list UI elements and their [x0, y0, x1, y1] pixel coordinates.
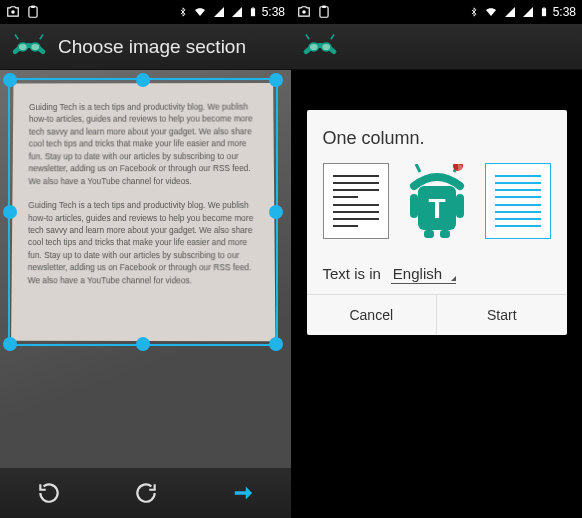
svg-text:T: T	[428, 193, 445, 224]
one-column-option-selected[interactable]	[485, 163, 551, 239]
app-logo-icon	[301, 33, 339, 61]
start-button[interactable]: Start	[436, 295, 567, 335]
svg-line-16	[306, 34, 309, 39]
svg-rect-13	[543, 7, 545, 8]
svg-rect-4	[252, 7, 254, 8]
cancel-button[interactable]: Cancel	[307, 295, 437, 335]
svg-rect-11	[322, 6, 326, 8]
crop-handle-top-left[interactable]	[3, 73, 17, 87]
svg-rect-26	[440, 230, 450, 238]
svg-rect-1	[29, 7, 37, 18]
status-bar: 5:38	[291, 0, 582, 24]
screenshot-icon	[297, 5, 311, 19]
language-select[interactable]: English	[391, 265, 456, 284]
svg-line-17	[331, 34, 334, 39]
crop-handle-mid-left[interactable]	[3, 205, 17, 219]
bluetooth-icon	[178, 5, 188, 19]
svg-rect-23	[456, 194, 464, 218]
svg-line-7	[15, 34, 18, 39]
app-header: Choose image section	[0, 24, 291, 70]
rotate-right-button[interactable]	[131, 478, 161, 508]
app-logo-icon	[10, 33, 48, 61]
svg-rect-2	[31, 6, 35, 8]
svg-point-15	[322, 43, 331, 51]
status-bar: 5:38	[0, 0, 291, 24]
one-column-option[interactable]	[323, 163, 389, 239]
signal-icon-2	[521, 6, 535, 18]
language-label: Text is in	[323, 265, 381, 282]
svg-rect-12	[542, 8, 546, 16]
camera-preview: Guiding Tech is a tech tips and producti…	[0, 70, 291, 468]
svg-rect-22	[410, 194, 418, 218]
svg-point-0	[11, 10, 15, 14]
crop-handle-top-mid[interactable]	[136, 73, 150, 87]
bottom-toolbar	[0, 468, 291, 518]
header-title: Choose image section	[58, 36, 246, 58]
battery-icon	[248, 5, 258, 19]
screenshot-icon	[6, 5, 20, 19]
clock: 5:38	[262, 5, 285, 19]
signal-icon-2	[230, 6, 244, 18]
battery-icon	[539, 5, 549, 19]
dialog-backdrop: One column.	[291, 70, 582, 518]
dialog-title: One column.	[323, 128, 551, 149]
bluetooth-icon	[469, 5, 479, 19]
crop-handle-top-right[interactable]	[269, 73, 283, 87]
svg-rect-3	[251, 8, 255, 16]
svg-point-5	[18, 43, 27, 51]
rotate-left-button[interactable]	[34, 478, 64, 508]
signal-icon	[212, 6, 226, 18]
svg-line-8	[40, 34, 43, 39]
svg-rect-10	[320, 7, 328, 18]
crop-handle-bottom-mid[interactable]	[136, 337, 150, 351]
clipboard-icon	[317, 5, 331, 19]
crop-handle-bottom-left[interactable]	[3, 337, 17, 351]
svg-point-6	[31, 43, 40, 51]
wifi-icon	[192, 6, 208, 18]
svg-point-9	[302, 10, 306, 14]
wifi-icon	[483, 6, 499, 18]
svg-rect-25	[424, 230, 434, 238]
phone-left: 5:38 Choose image section Guiding Tech i…	[0, 0, 291, 518]
svg-point-14	[309, 43, 318, 51]
phone-right: 5:38 One column.	[291, 0, 582, 518]
svg-line-18	[416, 164, 420, 172]
crop-handle-bottom-right[interactable]	[269, 337, 283, 351]
clock: 5:38	[553, 5, 576, 19]
crop-handle-mid-right[interactable]	[269, 205, 283, 219]
clipboard-icon	[26, 5, 40, 19]
column-dialog: One column.	[307, 110, 567, 335]
crop-frame[interactable]	[8, 78, 278, 346]
text-robot-icon: T	[401, 164, 473, 238]
app-header	[291, 24, 582, 70]
next-button[interactable]	[228, 478, 258, 508]
signal-icon	[503, 6, 517, 18]
